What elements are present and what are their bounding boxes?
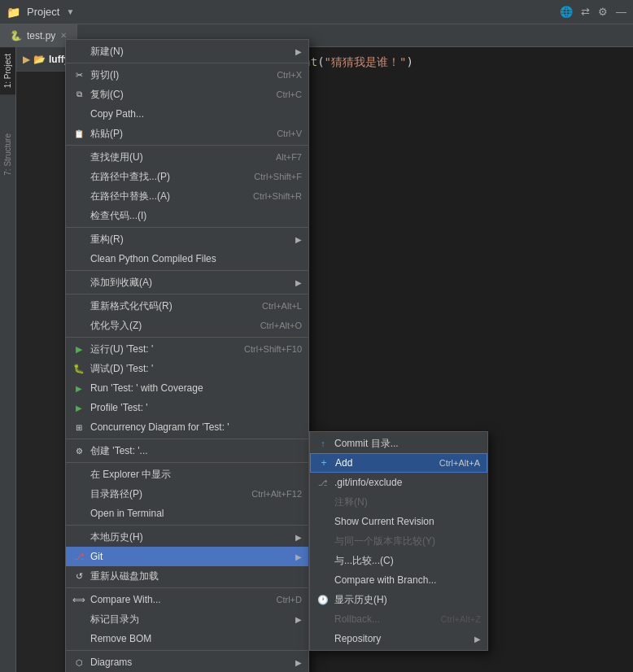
menu-item-find-in-path[interactable]: 在路径中查找...(P) Ctrl+Shift+F xyxy=(66,167,308,186)
create-icon: ⚙ xyxy=(72,444,85,457)
debug-icon: 🐛 xyxy=(72,362,85,375)
dropdown-arrow-icon[interactable]: ▼ xyxy=(66,7,74,16)
menu-item-mark-dir[interactable]: 标记目录为 ▶ xyxy=(66,609,308,629)
tab-label: test.py xyxy=(27,30,55,41)
arrow-icon: ▶ xyxy=(295,533,302,542)
menu-item-clean-python[interactable]: Clean Python Compiled Files xyxy=(66,249,308,268)
new-icon xyxy=(72,45,85,58)
inspect-icon xyxy=(72,209,85,222)
vertical-sidebar: 1: Project 7: Structure xyxy=(0,47,16,672)
gear-icon[interactable]: ⚙ xyxy=(598,6,608,18)
menu-item-reformat[interactable]: 重新格式化代码(R) Ctrl+Alt+L xyxy=(66,296,308,316)
menu-item-paste[interactable]: 📋 粘贴(P) Ctrl+V xyxy=(66,124,308,143)
menu-item-remove-bom[interactable]: Remove BOM xyxy=(66,629,308,648)
refactor-icon xyxy=(72,233,85,246)
globe-icon[interactable]: 🌐 xyxy=(560,6,573,18)
separator xyxy=(66,63,308,63)
code-line-1: 1 print("猜猜我是谁！") xyxy=(260,55,625,70)
git-menu-repository[interactable]: Repository ▶ xyxy=(310,629,487,648)
paste-icon: 📋 xyxy=(72,127,85,140)
profile-icon: ▶ xyxy=(72,401,85,414)
find-usage-icon xyxy=(72,151,85,164)
menu-item-git[interactable]: ⎇ Git ▶ xyxy=(66,547,308,566)
menu-item-concurrency[interactable]: ⊞ Concurrency Diagram for 'Test: ' xyxy=(66,417,308,437)
repository-icon xyxy=(316,632,330,645)
menu-item-run[interactable]: ▶ 运行(U) 'Test: ' Ctrl+Shift+F10 xyxy=(66,339,308,359)
menu-item-debug[interactable]: 🐛 调试(D) 'Test: ' xyxy=(66,359,308,378)
arrow-icon: ▶ xyxy=(295,552,302,561)
separator xyxy=(66,294,308,295)
separator xyxy=(66,525,308,526)
menu-item-add-favorites[interactable]: 添加到收藏(A) ▶ xyxy=(66,273,308,292)
revision-icon xyxy=(316,515,330,528)
menu-item-dir-path[interactable]: 目录路径(P) Ctrl+Alt+F12 xyxy=(66,484,308,504)
git-menu-rollback: Rollback... Ctrl+Alt+Z xyxy=(310,609,487,629)
folder-expand-icon[interactable]: ▶ xyxy=(23,54,30,65)
menu-item-show-explorer[interactable]: 在 Explorer 中显示 xyxy=(66,465,308,484)
minimize-icon[interactable]: — xyxy=(616,6,626,18)
commit-icon: ↑ xyxy=(316,437,330,450)
menu-item-local-history[interactable]: 本地历史(H) ▶ xyxy=(66,527,308,547)
git-icon: ⎇ xyxy=(72,550,85,563)
top-bar-actions: 🌐 ⇄ ⚙ — xyxy=(560,6,626,18)
reload-icon: ↺ xyxy=(72,569,85,583)
cut-icon: ✂ xyxy=(72,68,85,81)
arrow-icon: ▶ xyxy=(295,47,302,56)
git-menu-exclude[interactable]: ⎇ .git/info/exclude xyxy=(310,473,487,492)
menu-item-optimize-imports[interactable]: 优化导入(Z) Ctrl+Alt+O xyxy=(66,316,308,335)
copy-path-icon xyxy=(72,107,85,120)
sidebar-item-project[interactable]: 1: Project xyxy=(0,47,15,94)
mark-dir-icon xyxy=(72,613,85,626)
arrow-icon: ▶ xyxy=(295,658,302,667)
menu-item-refactor[interactable]: 重构(R) ▶ xyxy=(66,229,308,249)
menu-item-find-usage[interactable]: 查找使用(U) Alt+F7 xyxy=(66,147,308,167)
compare-with-icon xyxy=(316,554,330,567)
menu-item-create[interactable]: ⚙ 创建 'Test: '... xyxy=(66,441,308,460)
git-menu-commit[interactable]: ↑ Commit 目录... xyxy=(310,434,487,453)
git-menu-show-history[interactable]: 🕐 显示历史(H) xyxy=(310,590,487,609)
replace-path-icon xyxy=(72,190,85,203)
separator xyxy=(66,587,308,588)
concurrency-icon: ⊞ xyxy=(72,421,85,434)
annotate-icon xyxy=(316,495,330,508)
remove-bom-icon xyxy=(72,632,85,645)
git-submenu: ↑ Commit 目录... + Add Ctrl+Alt+A ⎇ .git/i… xyxy=(309,431,488,651)
coverage-icon: ▶ xyxy=(72,382,85,395)
menu-item-new[interactable]: 新建(N) ▶ xyxy=(66,41,308,61)
menu-item-compare[interactable]: ⟺ Compare With... Ctrl+D xyxy=(66,590,308,609)
menu-item-inspect-code[interactable]: 检查代码...(I) xyxy=(66,206,308,225)
gitinfo-icon: ⎇ xyxy=(316,476,330,489)
copy-icon: ⧉ xyxy=(72,88,85,101)
context-menu: 新建(N) ▶ ✂ 剪切(I) Ctrl+X ⧉ 复制(C) Ctrl+C Co… xyxy=(65,39,309,672)
menu-item-coverage[interactable]: ▶ Run 'Test: ' with Coverage xyxy=(66,378,308,398)
git-menu-compare-repo: 与同一个版本库比较(Y) xyxy=(310,531,487,551)
reformat-icon xyxy=(72,299,85,312)
arrow-icon: ▶ xyxy=(295,278,302,287)
menu-item-replace-in-path[interactable]: 在路径中替换...(A) Ctrl+Shift+R xyxy=(66,186,308,206)
dir-path-icon xyxy=(72,487,85,500)
run-icon: ▶ xyxy=(72,343,85,356)
menu-item-copy[interactable]: ⧉ 复制(C) Ctrl+C xyxy=(66,85,308,104)
menu-item-copy-path[interactable]: Copy Path... xyxy=(66,104,308,124)
menu-item-diagrams[interactable]: ⬡ Diagrams ▶ xyxy=(66,652,308,672)
menu-item-open-terminal[interactable]: Open in Terminal xyxy=(66,504,308,523)
optimize-icon xyxy=(72,319,85,332)
menu-item-reload[interactable]: ↺ 重新从磁盘加载 xyxy=(66,566,308,586)
git-menu-show-revision[interactable]: Show Current Revision xyxy=(310,512,487,531)
menu-item-cut[interactable]: ✂ 剪切(I) Ctrl+X xyxy=(66,65,308,85)
clean-icon xyxy=(72,252,85,265)
top-bar-title: Project xyxy=(27,6,59,18)
folder-icon: 📂 xyxy=(33,54,46,65)
menu-item-profile[interactable]: ▶ Profile 'Test: ' xyxy=(66,398,308,417)
separator xyxy=(66,462,308,463)
git-menu-compare-branch[interactable]: Compare with Branch... xyxy=(310,570,487,590)
split-icon[interactable]: ⇄ xyxy=(581,6,590,18)
arrow-icon: ▶ xyxy=(295,615,302,624)
top-bar: 📁 Project ▼ 🌐 ⇄ ⚙ — xyxy=(0,0,633,24)
separator xyxy=(66,227,308,228)
sidebar-item-structure[interactable]: 7: Structure xyxy=(0,127,15,182)
git-menu-compare-with[interactable]: 与...比较...(C) xyxy=(310,551,487,570)
git-menu-add[interactable]: + Add Ctrl+Alt+A xyxy=(310,453,487,473)
git-menu-annotate: 注释(N) xyxy=(310,492,487,512)
diagrams-icon: ⬡ xyxy=(72,656,85,669)
